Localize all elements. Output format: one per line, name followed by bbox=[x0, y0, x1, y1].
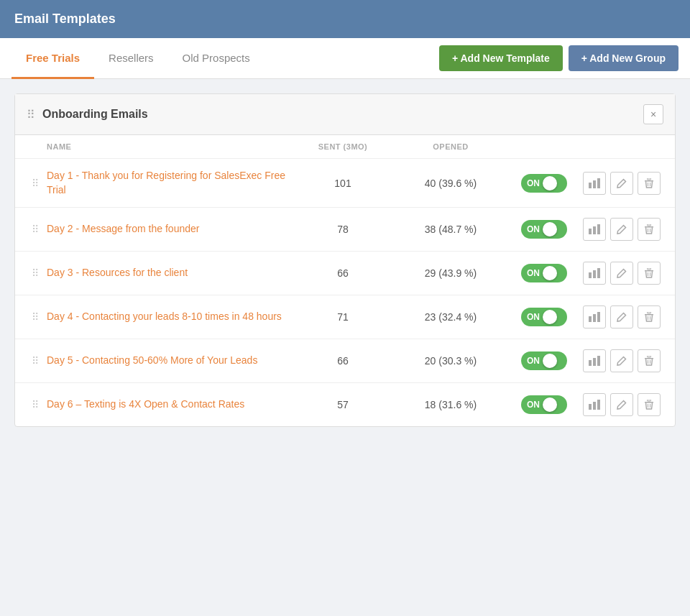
svg-rect-21 bbox=[589, 316, 592, 322]
svg-rect-28 bbox=[589, 360, 592, 366]
svg-rect-32 bbox=[648, 356, 651, 357]
template-name: Day 1 - Thank you for Registering for Sa… bbox=[47, 169, 293, 197]
svg-rect-10 bbox=[645, 226, 653, 228]
tabs-actions: + Add New Template + Add New Group bbox=[439, 38, 678, 78]
group-title: Onboarding Emails bbox=[42, 108, 643, 121]
toggle-cell: ON bbox=[508, 351, 580, 370]
edit-button[interactable] bbox=[610, 262, 633, 285]
add-new-group-button[interactable]: + Add New Group bbox=[569, 45, 678, 71]
row-drag-handle[interactable]: ⠿ bbox=[24, 355, 47, 367]
table-row: ⠿ Day 4 - Contacting your leads 8-10 tim… bbox=[15, 295, 675, 339]
edit-button[interactable] bbox=[610, 218, 633, 241]
svg-rect-35 bbox=[589, 404, 592, 410]
svg-rect-29 bbox=[593, 358, 596, 366]
row-drag-handle[interactable]: ⠿ bbox=[24, 399, 47, 410]
delete-button[interactable] bbox=[638, 305, 661, 328]
toggle-label: ON bbox=[527, 356, 540, 366]
template-name: Day 3 - Resources for the client bbox=[47, 266, 293, 280]
trash-icon bbox=[645, 268, 653, 278]
stats-button[interactable] bbox=[583, 262, 606, 285]
opened-count: 20 (30.3 %) bbox=[393, 355, 508, 367]
chart-icon bbox=[589, 356, 600, 366]
group-drag-handle[interactable]: ⠿ bbox=[27, 108, 35, 121]
stats-button[interactable] bbox=[583, 218, 606, 241]
main-content: ⠿ Onboarding Emails × NAME SENT (3MO) OP… bbox=[0, 79, 690, 441]
stats-button[interactable] bbox=[583, 305, 606, 328]
tabs-bar: Free Trials Resellers Old Prospects + Ad… bbox=[0, 38, 690, 79]
row-drag-handle[interactable]: ⠿ bbox=[24, 224, 47, 235]
row-drag-handle[interactable]: ⠿ bbox=[24, 311, 47, 323]
sent-count: 71 bbox=[293, 311, 393, 323]
edit-button[interactable] bbox=[610, 393, 633, 416]
svg-rect-2 bbox=[597, 178, 600, 188]
pencil-icon bbox=[617, 178, 627, 188]
svg-rect-30 bbox=[597, 356, 600, 366]
svg-rect-9 bbox=[597, 224, 600, 234]
status-toggle[interactable]: ON bbox=[521, 174, 567, 193]
toggle-cell: ON bbox=[508, 308, 580, 326]
group-close-button[interactable]: × bbox=[643, 104, 663, 124]
status-toggle[interactable]: ON bbox=[521, 264, 567, 282]
svg-rect-4 bbox=[648, 178, 651, 180]
svg-rect-39 bbox=[648, 400, 651, 401]
svg-rect-37 bbox=[597, 400, 600, 410]
tab-free-trials[interactable]: Free Trials bbox=[12, 39, 94, 79]
svg-rect-3 bbox=[645, 180, 653, 182]
delete-button[interactable] bbox=[638, 218, 661, 241]
toggle-cell: ON bbox=[508, 395, 580, 414]
sent-count: 66 bbox=[293, 355, 393, 367]
table-row: ⠿ Day 3 - Resources for the client 66 29… bbox=[15, 252, 675, 295]
sent-col-header: SENT (3MO) bbox=[293, 142, 393, 151]
chart-icon bbox=[589, 400, 600, 410]
toggle-knob bbox=[543, 266, 557, 280]
stats-button[interactable] bbox=[583, 172, 606, 195]
svg-rect-8 bbox=[593, 226, 596, 234]
sent-count: 57 bbox=[293, 399, 393, 410]
delete-button[interactable] bbox=[638, 349, 661, 372]
toggle-cell: ON bbox=[508, 264, 580, 282]
delete-button[interactable] bbox=[638, 393, 661, 416]
sent-count: 66 bbox=[293, 267, 393, 279]
edit-button[interactable] bbox=[610, 305, 633, 328]
svg-rect-38 bbox=[645, 402, 653, 403]
actions-cell bbox=[580, 305, 666, 328]
status-toggle[interactable]: ON bbox=[521, 220, 567, 239]
table-row: ⠿ Day 6 – Texting is 4X Open & Contact R… bbox=[15, 383, 675, 426]
tab-resellers[interactable]: Resellers bbox=[94, 39, 168, 79]
drag-col-header bbox=[24, 142, 47, 151]
opened-count: 38 (48.7 %) bbox=[393, 224, 508, 235]
table-row: ⠿ Day 5 - Contacting 50-60% More of Your… bbox=[15, 339, 675, 383]
svg-rect-23 bbox=[597, 312, 600, 322]
template-rows-container: ⠿ Day 1 - Thank you for Registering for … bbox=[15, 159, 675, 426]
toggle-label: ON bbox=[527, 178, 540, 188]
svg-rect-17 bbox=[645, 270, 653, 272]
stats-button[interactable] bbox=[583, 393, 606, 416]
toggle-knob bbox=[543, 222, 557, 236]
actions-cell bbox=[580, 349, 666, 372]
stats-button[interactable] bbox=[583, 349, 606, 372]
add-new-template-button[interactable]: + Add New Template bbox=[439, 45, 563, 71]
row-drag-handle[interactable]: ⠿ bbox=[24, 267, 47, 279]
delete-button[interactable] bbox=[638, 262, 661, 285]
svg-rect-22 bbox=[593, 314, 596, 322]
actions-cell bbox=[580, 262, 666, 285]
row-drag-handle[interactable]: ⠿ bbox=[24, 178, 47, 189]
status-toggle[interactable]: ON bbox=[521, 351, 567, 370]
table-row: ⠿ Day 1 - Thank you for Registering for … bbox=[15, 159, 675, 208]
edit-button[interactable] bbox=[610, 349, 633, 372]
name-col-header: NAME bbox=[47, 142, 293, 151]
chart-icon bbox=[589, 312, 600, 322]
group-header: ⠿ Onboarding Emails × bbox=[15, 94, 675, 135]
svg-rect-15 bbox=[593, 270, 596, 278]
status-toggle[interactable]: ON bbox=[521, 395, 567, 414]
delete-button[interactable] bbox=[638, 172, 661, 195]
svg-rect-11 bbox=[648, 224, 651, 226]
tab-old-prospects[interactable]: Old Prospects bbox=[168, 39, 264, 79]
edit-button[interactable] bbox=[610, 172, 633, 195]
status-toggle[interactable]: ON bbox=[521, 308, 567, 326]
actions-cell bbox=[580, 172, 666, 195]
toggle-cell: ON bbox=[508, 220, 580, 239]
table-row: ⠿ Day 2 - Message from the founder 78 38… bbox=[15, 208, 675, 252]
actions-cell bbox=[580, 393, 666, 416]
svg-rect-24 bbox=[645, 314, 653, 316]
